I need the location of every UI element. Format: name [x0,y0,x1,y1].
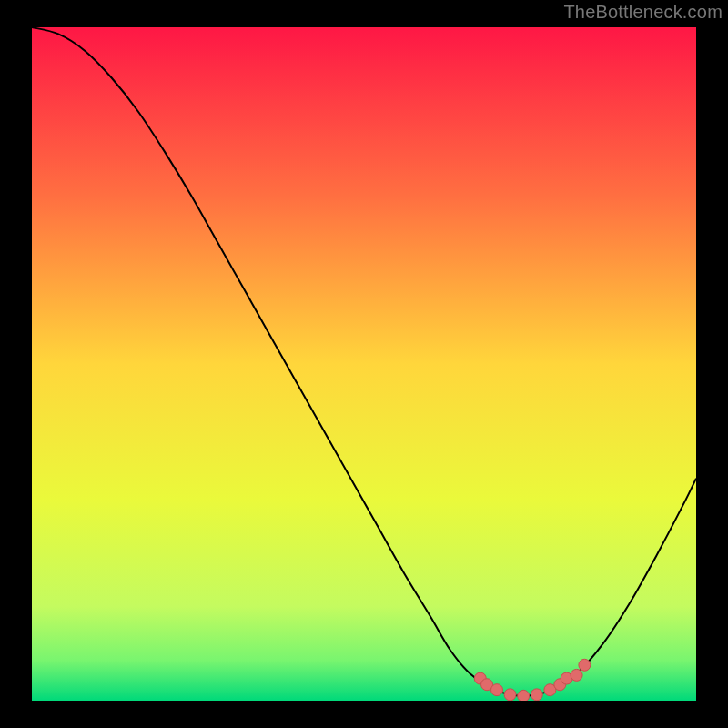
watermark-label: TheBottleneck.com [563,2,723,23]
bottleneck-chart [0,0,728,728]
recommended-marker [491,684,503,696]
plot-background [32,27,696,701]
recommended-marker [504,689,516,701]
recommended-marker [531,689,542,701]
recommended-marker [571,669,582,681]
chart-frame: TheBottleneck.com [0,0,728,728]
recommended-marker [518,690,530,702]
recommended-marker [579,659,591,671]
